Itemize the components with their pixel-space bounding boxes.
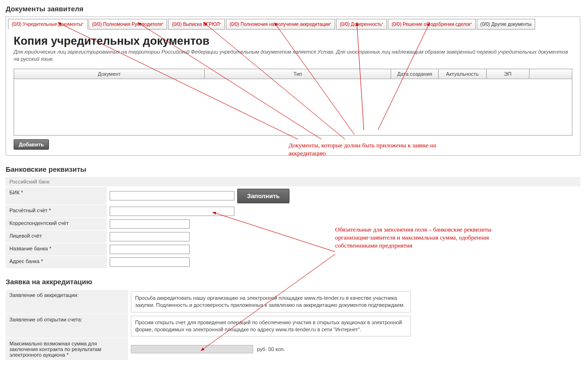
col-created: Дата создания (391, 69, 438, 79)
stmt2-text: Просим открыть счет для проведения опера… (131, 316, 411, 337)
add-button[interactable]: Добавить (14, 139, 49, 150)
tab-founding-docs[interactable]: (0/0) Учредительные документы (8, 19, 88, 30)
tab-heading: Копия учредительных документов (14, 34, 572, 48)
bankname-input[interactable] (110, 245, 190, 254)
docs-panel: (0/0) Учредительные документы (0/0) Полн… (6, 16, 580, 156)
tab-egrul[interactable]: (0/0) Выписка ЕГРЮЛ (168, 19, 225, 30)
max-label: Максимально возможная сумма для заключен… (6, 338, 128, 360)
tab-power-of-attorney[interactable]: (0/0) Доверенность (336, 19, 387, 30)
fill-button[interactable]: Заполнить (237, 189, 289, 203)
application-form: Заявление об аккредитации: Просьба аккре… (6, 289, 580, 360)
table-empty-body (14, 79, 572, 135)
bank-form: Российский банк БИК * Заполнить Расчётны… (6, 177, 580, 268)
section-app-title: Заявка на аккредитацию (6, 278, 586, 286)
tab-desc: Для юридических лиц зарегистрированных н… (14, 48, 572, 63)
col-actions (529, 69, 572, 79)
account-input[interactable] (110, 207, 234, 216)
col-document: Документ (14, 69, 205, 79)
bankname-label: Название банка * (6, 243, 107, 256)
max-sum-input[interactable] (131, 345, 253, 353)
docs-table: Документ Тип Дата создания Актуальность … (14, 69, 572, 136)
bankaddr-label: Адрес банка * (6, 256, 107, 268)
max-suffix: руб. 00 коп. (257, 346, 285, 352)
section-bank-title: Банковские реквизиты (6, 165, 586, 173)
col-actual: Актуальность (439, 69, 486, 79)
corr-label: Корреспондентский счёт (6, 218, 107, 230)
tabs-bar: (0/0) Учредительные документы (0/0) Полн… (8, 19, 578, 30)
bankaddr-input[interactable] (110, 257, 190, 267)
tab-content: Копия учредительных документов Для юриди… (8, 31, 578, 153)
col-signature: ЭП (486, 69, 529, 79)
tab-deal-approval[interactable]: (0/0) Решение об одобрении сделок (388, 19, 475, 30)
section-docs-title: Документы заявителя (6, 5, 586, 13)
tab-other-docs[interactable]: (0/0) Другие документы (477, 19, 536, 30)
personal-input[interactable] (110, 232, 190, 241)
corr-input[interactable] (110, 219, 190, 229)
stmt1-text: Просьба аккредитовать нашу организацию н… (131, 291, 411, 312)
tab-accred-powers[interactable]: (0/0) Полномочия на получение аккредитац… (226, 19, 335, 30)
col-type: Тип (205, 69, 391, 79)
bank-subtitle: Российский банк (6, 177, 580, 187)
account-label: Расчётный счёт * (6, 205, 107, 217)
stmt2-label: Заявление об открытии счета: (6, 314, 128, 338)
stmt1-label: Заявление об аккредитации: (6, 290, 128, 314)
personal-label: Лицевой счёт (6, 231, 107, 243)
bik-label: БИК * (6, 187, 107, 205)
tab-head-powers[interactable]: (0/0) Полномочия Руководителя (88, 19, 168, 30)
bik-input[interactable] (110, 191, 234, 200)
